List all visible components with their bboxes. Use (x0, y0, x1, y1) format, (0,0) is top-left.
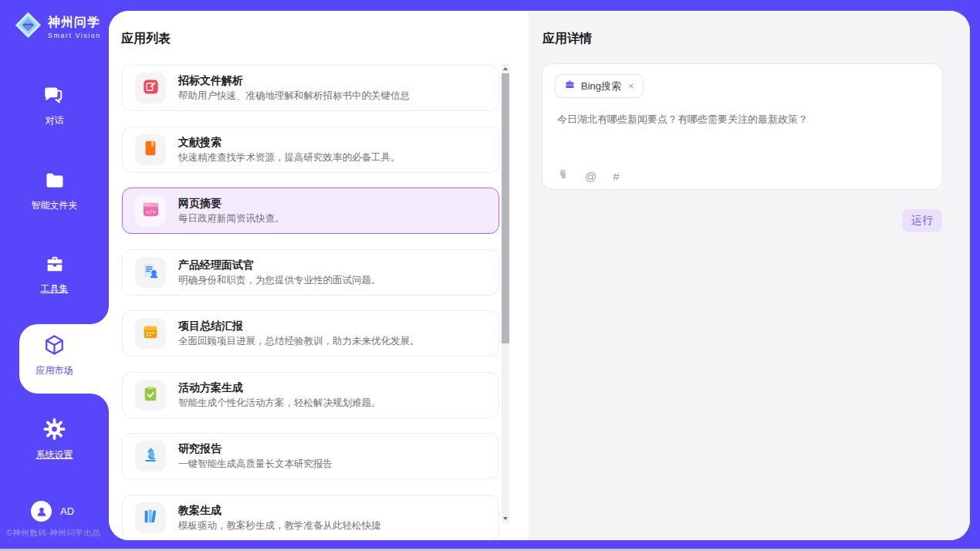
app-icon-box (135, 257, 166, 288)
sidebar-item-smart-folder[interactable]: 智能文件夹 (0, 170, 109, 212)
app-icon-box (135, 441, 166, 472)
app-card-list: 招标文件解析 帮助用户快速、准确地理解和解析招标书中的关键信息 文献搜索 快速精… (122, 65, 499, 540)
app-icon-box (135, 380, 166, 411)
tool-tag-label: Bing搜索 (581, 79, 621, 93)
sidebar-item-settings[interactable]: 系统设置 (0, 417, 109, 461)
query-input-card[interactable]: Bing搜索 × 今日湖北有哪些新闻要点？有哪些需要关注的最新政策？ @ # (542, 63, 943, 190)
app-icon-box (135, 318, 166, 349)
app-description: 明确身份和职责，为您提供专业性的面试问题。 (178, 274, 381, 287)
sidebar-item-label: 应用市场 (36, 364, 73, 377)
svg-text:</>: </> (146, 208, 157, 215)
user-account[interactable]: AD (31, 501, 74, 522)
active-tab-fillet-bottom (90, 394, 109, 412)
app-detail-title: 应用详情 (542, 31, 592, 47)
query-text[interactable]: 今日湖北有哪些新闻要点？有哪些需要关注的最新政策？ (557, 112, 928, 127)
sidebar-item-chat[interactable]: 对话 (0, 85, 109, 127)
brand-logo: 神州问学 Smart Vision (14, 11, 101, 42)
app-window: 神州问学 Smart Vision 对话 智能文件夹 (0, 0, 980, 551)
browser-code-icon: </> (142, 201, 160, 221)
app-detail-panel: 应用详情 Bing搜索 × 今日湖北有哪些新闻要点？有哪些需要关注的最新政策？ (529, 11, 970, 540)
app-name: 招标文件解析 (178, 73, 410, 87)
app-description: 帮助用户快速、准确地理解和解析招标书中的关键信息 (178, 90, 410, 103)
app-icon-box (135, 73, 166, 103)
doc-edit-icon (142, 78, 160, 99)
close-icon[interactable]: × (628, 80, 634, 92)
run-button[interactable]: 运行 (902, 209, 942, 232)
scrollbar[interactable] (502, 64, 509, 523)
avatar (31, 501, 52, 522)
scrollbar-down-arrow-icon[interactable] (502, 514, 509, 523)
app-icon-box (135, 502, 166, 533)
book-icon (142, 140, 159, 160)
sidebar-item-label: 系统设置 (36, 448, 73, 461)
app-name: 教案生成 (178, 503, 381, 517)
app-list-panel: 应用列表 招标文件解析 帮助用户快速、准确地理解和解析招标书中的关键信息 文献搜… (109, 11, 529, 540)
user-initials: AD (60, 505, 74, 517)
app-description: 模板驱动，教案秒生成，教学准备从此轻松快捷 (178, 519, 381, 532)
interview-icon (142, 262, 159, 282)
app-description: 全面回顾项目进展，总结经验教训，助力未来优化发展。 (178, 335, 420, 348)
sidebar: 神州问学 Smart Vision 对话 智能文件夹 (0, 0, 109, 549)
app-name: 文献搜索 (178, 135, 400, 149)
app-card-3[interactable]: </> 网页摘要 每日政府新闻资讯快查。 (122, 188, 499, 234)
books-icon (142, 508, 159, 528)
folder-icon (43, 170, 66, 194)
app-name: 项目总结汇报 (178, 319, 420, 333)
app-name: 研究报告 (178, 441, 333, 455)
sidebar-item-label: 对话 (46, 114, 64, 127)
briefcase-icon (564, 79, 576, 93)
brand-name-en: Smart Vision (48, 32, 101, 39)
app-description: 每日政府新闻资讯快查。 (178, 212, 285, 225)
toolbox-icon (43, 253, 66, 278)
app-description: 一键智能生成高质量长文本研究报告 (178, 458, 333, 471)
diamond-logo-icon (14, 11, 42, 42)
scrollbar-thumb[interactable] (502, 73, 509, 343)
calendar-icon (142, 323, 159, 343)
copyright-text: ©神州数码·神州问学出品 (6, 528, 109, 539)
tool-tag-bing-search[interactable]: Bing搜索 × (555, 74, 644, 98)
sidebar-item-toolset[interactable]: 工具集 (0, 253, 109, 296)
app-name: 网页摘要 (178, 196, 285, 210)
content-area: 应用列表 招标文件解析 帮助用户快速、准确地理解和解析招标书中的关键信息 文献搜… (109, 11, 970, 540)
attachment-toolbar: @ # (557, 168, 620, 184)
app-card-2[interactable]: 文献搜索 快速精准查找学术资源，提高研究效率的必备工具。 (122, 127, 499, 173)
paperclip-icon[interactable] (557, 168, 569, 184)
app-name: 产品经理面试官 (178, 258, 381, 272)
sidebar-item-label: 工具集 (41, 282, 69, 296)
active-tab-fillet-top (90, 306, 109, 324)
app-card-6[interactable]: 活动方案生成 智能生成个性化活动方案，轻松解决规划难题。 (122, 372, 499, 418)
person-icon (35, 505, 48, 518)
app-card-4[interactable]: 产品经理面试官 明确身份和职责，为您提供专业性的面试问题。 (122, 249, 499, 296)
app-description: 智能生成个性化活动方案，轻松解决规划难题。 (178, 397, 381, 410)
hash-icon[interactable]: # (613, 170, 619, 183)
app-description: 快速精准查找学术资源，提高研究效率的必备工具。 (178, 151, 400, 164)
brand-name-cn: 神州问学 (48, 15, 101, 31)
sidebar-item-label: 智能文件夹 (32, 199, 78, 212)
gear-icon (42, 417, 66, 444)
app-card-5[interactable]: 项目总结汇报 全面回顾项目进展，总结经验教训，助力未来优化发展。 (122, 310, 499, 357)
scrollbar-up-arrow-icon[interactable] (502, 64, 509, 73)
app-list-title: 应用列表 (121, 31, 171, 47)
chat-icon (43, 85, 66, 110)
app-name: 活动方案生成 (178, 380, 381, 394)
app-icon-box: </> (135, 195, 166, 226)
app-card-1[interactable]: 招标文件解析 帮助用户快速、准确地理解和解析招标书中的关键信息 (122, 65, 499, 111)
cube-icon (42, 333, 66, 360)
app-card-7[interactable]: 研究报告 一键智能生成高质量长文本研究报告 (122, 433, 499, 479)
at-icon[interactable]: @ (585, 170, 596, 183)
sidebar-item-app-market[interactable]: 应用市场 (0, 333, 109, 377)
app-card-8[interactable]: 教案生成 模板驱动，教案秒生成，教学准备从此轻松快捷 (122, 495, 499, 541)
app-icon-box (135, 134, 166, 165)
microscope-icon (142, 446, 159, 466)
clipboard-check-icon (142, 385, 159, 405)
